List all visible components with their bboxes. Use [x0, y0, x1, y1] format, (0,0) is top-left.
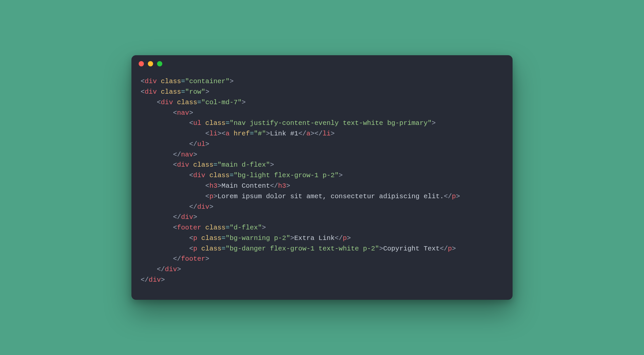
window-minimize-icon[interactable] — [148, 61, 153, 66]
code-window: <div class="container"> <div class="row"… — [131, 55, 513, 299]
code-editor-content: <div class="container"> <div class="row"… — [131, 72, 513, 288]
window-titlebar — [131, 55, 513, 72]
window-close-icon[interactable] — [139, 61, 144, 66]
page-background: <div class="container"> <div class="row"… — [0, 0, 644, 355]
window-zoom-icon[interactable] — [157, 61, 162, 66]
